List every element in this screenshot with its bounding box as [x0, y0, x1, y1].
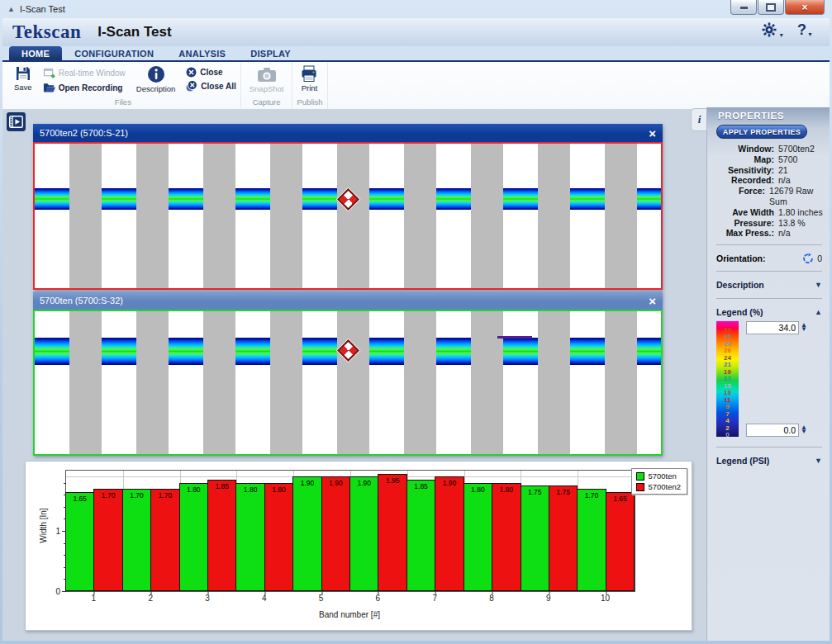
spin-down-icon[interactable]: ▼ [801, 430, 807, 434]
x-axis-label: Band number [#] [65, 610, 634, 619]
x-tick-label: 5 [319, 594, 324, 603]
orientation-value: 0 [817, 253, 822, 263]
close-window-button[interactable]: Close [186, 67, 235, 78]
legend-min-input[interactable] [746, 424, 799, 437]
bar-5700ten2-band-4: 1.80 [264, 483, 293, 591]
orientation-row: Orientation: 0 [715, 251, 824, 265]
minimize-button[interactable] [730, 0, 757, 15]
bar-5700ten-band-9: 1.75 [521, 485, 549, 591]
bar-5700ten2-band-1: 1.70 [93, 489, 122, 591]
properties-panel-title: PROPERTIES [715, 107, 824, 123]
property-row: Pressure:13.8 % [715, 218, 824, 229]
x-tick-label: 10 [601, 594, 610, 603]
spin-down-icon[interactable]: ▼ [801, 328, 807, 332]
realtime-window-icon [43, 67, 55, 79]
bar-value-label: 1.85 [208, 482, 235, 490]
y-minor-tick [64, 567, 66, 568]
bar-value-label: 1.65 [66, 495, 93, 503]
open-folder-icon [43, 82, 55, 94]
bar-5700ten-band-4: 1.80 [235, 483, 264, 591]
chevron-up-icon: ▲ [815, 308, 822, 316]
print-button[interactable]: Print [297, 63, 321, 92]
legend-entry-5700ten2: 5700ten2 [636, 482, 681, 491]
property-label: Recorded: [715, 175, 778, 186]
y-minor-tick [64, 519, 66, 519]
save-button[interactable]: Save [10, 63, 36, 92]
bar-5700ten2-band-3: 1.85 [207, 480, 236, 591]
bar-value-label: 1.70 [123, 491, 150, 500]
maximize-button[interactable] [758, 0, 784, 15]
bar-value-label: 1.70 [94, 491, 121, 500]
legend-label: 5700ten2 [648, 482, 681, 491]
movie-panel-button[interactable] [7, 112, 26, 135]
x-axis-ticks: 12345678910 [65, 594, 634, 604]
section-header-legend-psi[interactable]: Legend (PSI) ▼ [715, 453, 824, 468]
x-tick-label: 4 [262, 594, 267, 603]
ribbon-tab-bar: HOMECONFIGURATIONANALYSISDISPLAY [2, 46, 830, 62]
tab-configuration[interactable]: CONFIGURATION [62, 46, 166, 60]
description-button[interactable]: Description [132, 63, 180, 93]
app-icon: ▲ [7, 5, 15, 13]
sensor-map-canvas[interactable] [33, 142, 663, 290]
property-label: Max Press.: [715, 228, 778, 239]
bar-5700ten2-band-6: 1.95 [378, 474, 406, 591]
help-icon: ? [797, 22, 806, 37]
property-value: 12679 Raw Sum [769, 186, 824, 207]
tab-home[interactable]: HOME [9, 46, 62, 60]
property-value: 21 [778, 165, 788, 176]
section-header-description[interactable]: Description ▼ [715, 277, 824, 292]
tab-display[interactable]: DISPLAY [238, 46, 303, 60]
bar-value-label: 1.75 [521, 488, 549, 496]
map-window-titlebar[interactable]: 5700ten (5700:S-32) × [33, 291, 663, 310]
legend-entry-5700ten: 5700ten [636, 471, 681, 481]
property-label: Pressure: [715, 218, 778, 229]
divider [716, 271, 822, 272]
legend-max-stepper[interactable]: ▲▼ [801, 324, 807, 332]
sensor-map-canvas[interactable] [33, 310, 663, 456]
map-window-titlebar[interactable]: 5700ten2 (5700:S-21) × [33, 124, 663, 142]
chevron-down-icon: ▼ [807, 31, 813, 37]
properties-panel: PROPERTIES APPLY PROPERTIES Window:5700t… [706, 107, 830, 641]
bar-5700ten-band-1: 1.65 [65, 492, 94, 591]
map-close-button[interactable]: × [649, 127, 656, 140]
section-header-legend-pct[interactable]: Legend (%) ▲ [715, 305, 824, 320]
property-label: Force: [715, 186, 769, 207]
ribbon: Save Real-time Window Open Rec [2, 62, 830, 110]
open-recording-button[interactable]: Open Recording [43, 82, 126, 94]
y-minor-tick [64, 579, 66, 580]
help-menu-button[interactable]: ? ▼ [797, 22, 813, 37]
legend-max-input[interactable] [746, 321, 799, 334]
legend-min-stepper[interactable]: ▲▼ [801, 426, 807, 434]
window-controls: × [730, 0, 825, 15]
close-button[interactable]: × [785, 0, 825, 15]
bar-value-label: 1.65 [606, 495, 634, 503]
tekscan-logo: Tekscan [12, 21, 81, 43]
map-window-5700ten: 5700ten (5700:S-32) × [33, 291, 663, 456]
bar-value-label: 1.90 [322, 479, 349, 487]
y-minor-tick [64, 531, 66, 532]
property-value: n/a [778, 228, 791, 239]
bar-value-label: 1.70 [151, 491, 178, 500]
x-tick-label: 6 [376, 594, 381, 603]
window-titlebar[interactable]: ▲ I-Scan Test [0, 0, 832, 18]
bar-value-label: 1.75 [549, 488, 577, 496]
sensor-column-stripes [35, 311, 661, 454]
settings-menu-button[interactable]: ▼ [761, 21, 784, 38]
chevron-down-icon: ▼ [815, 457, 822, 465]
divider [716, 298, 822, 299]
x-tick-label: 3 [205, 594, 210, 603]
y-tick-mark [62, 591, 66, 592]
camera-icon [257, 65, 277, 83]
info-side-tab[interactable]: i [691, 108, 707, 131]
bar-value-label: 1.80 [265, 485, 292, 494]
close-all-button[interactable]: Close All [186, 80, 235, 92]
tab-analysis[interactable]: ANALYSIS [166, 46, 238, 60]
bar-5700ten2-band-2: 1.70 [150, 489, 179, 591]
map-close-button[interactable]: × [649, 295, 656, 307]
rotate-icon[interactable] [802, 253, 814, 264]
apply-properties-button[interactable]: APPLY PROPERTIES [716, 125, 807, 139]
bar-5700ten-band-2: 1.70 [122, 489, 151, 591]
bar-5700ten2-band-7: 1.90 [435, 476, 464, 591]
chevron-down-icon: ▼ [778, 32, 784, 38]
property-row: Window:5700ten2 [715, 144, 824, 154]
